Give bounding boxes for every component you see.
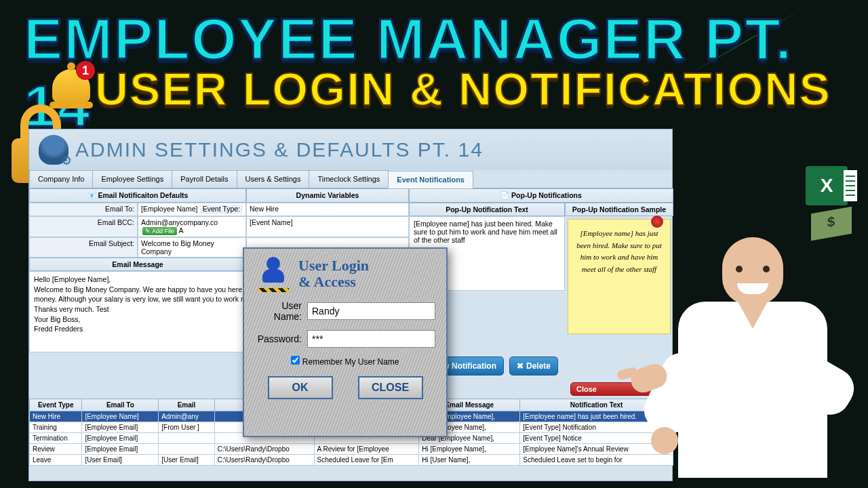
ok-button[interactable]: OK xyxy=(268,376,333,399)
value-dyn1[interactable]: [Event Name] xyxy=(246,216,409,237)
app-header: ADMIN SETTINGS & DEFAULTS PT. 14 xyxy=(29,129,672,170)
login-user-icon xyxy=(255,256,292,292)
value-email-to[interactable]: [Employee Name] xyxy=(141,205,200,214)
table-cell[interactable]: A Review for [Employee xyxy=(314,444,419,455)
section-popup: 📄 Pop-Up Notifications xyxy=(409,188,673,203)
col-header: Email To xyxy=(82,399,159,411)
label-password: Password: xyxy=(255,333,302,344)
table-cell[interactable]: Leave xyxy=(30,455,82,466)
login-title: User Login& Access xyxy=(298,258,369,290)
username-input[interactable] xyxy=(307,302,435,320)
table-cell[interactable]: Scheduled Leave set to begin for xyxy=(520,455,673,466)
table-cell[interactable]: Scheduled Leave for [Em xyxy=(314,455,419,466)
section-email-message: Email Message xyxy=(29,258,246,271)
col-header: Event Type xyxy=(30,399,82,411)
delete-button[interactable]: ✖ Delete xyxy=(509,357,558,375)
tab-users-settings[interactable]: Users & Settings xyxy=(237,170,310,188)
section-popup-sample: Pop-Up Notification Sample xyxy=(565,203,673,216)
table-cell[interactable]: Training xyxy=(30,422,82,433)
table-cell[interactable]: [Employee Email] xyxy=(82,422,159,433)
table-cell[interactable]: C:\Users\Randy\Dropbo xyxy=(214,455,314,466)
excel-icon: X xyxy=(806,166,848,205)
value-email-bcc[interactable]: Admin@anycompany.co✎ Add File A xyxy=(138,216,246,237)
table-row[interactable]: Leave[User Email][User Email]C:\Users\Ra… xyxy=(30,455,673,466)
tab-payroll-details[interactable]: Payroll Details xyxy=(172,170,237,188)
tab-employee-settings[interactable]: Employee Settings xyxy=(92,170,172,188)
table-row[interactable]: Review[Employee Email]C:\Users\Randy\Dro… xyxy=(30,444,673,455)
tab-strip: Company InfoEmployee SettingsPayroll Det… xyxy=(29,170,672,188)
value-email-subject[interactable]: Welcome to Big Money Company xyxy=(138,237,246,258)
remember-checkbox[interactable] xyxy=(291,356,300,365)
thumbnail-title-2: USER LOGIN & NOTIFICATIONS xyxy=(95,62,831,115)
table-cell[interactable]: New Hire xyxy=(30,411,82,422)
table-cell[interactable]: Hi [Employee Name], xyxy=(419,444,520,455)
table-cell[interactable]: Review xyxy=(30,444,82,455)
table-cell[interactable]: [User Email] xyxy=(159,455,214,466)
section-email-defaults: 📧 Email Notificaiton Defaults xyxy=(29,188,246,203)
password-input[interactable] xyxy=(307,330,435,348)
table-cell[interactable] xyxy=(159,433,214,444)
section-popup-text: Pop-Up Notification Text xyxy=(409,203,565,216)
table-cell[interactable]: [Employee Email] xyxy=(82,433,159,444)
label-username: User Name: xyxy=(255,300,302,322)
table-cell[interactable]: Admin@any xyxy=(159,411,214,422)
close-button[interactable]: CLOSE xyxy=(358,376,423,399)
table-cell[interactable]: [User Email] xyxy=(82,455,159,466)
tab-event-notifications[interactable]: Event Notifications xyxy=(388,171,473,188)
remember-label: Remember My User Name xyxy=(302,357,399,367)
admin-user-icon xyxy=(39,135,68,165)
table-cell[interactable]: [Employee Name] xyxy=(82,411,159,422)
label-email-subject: Email Subject: xyxy=(29,237,138,258)
tab-company-info[interactable]: Company Info xyxy=(29,170,93,188)
table-cell[interactable] xyxy=(159,444,214,455)
table-cell[interactable]: C:\Users\Randy\Dropbo xyxy=(214,444,314,455)
section-dynamic-vars: Dynamic Variables xyxy=(246,188,409,203)
table-cell[interactable]: [Employee Email] xyxy=(82,444,159,455)
table-cell[interactable]: [From User ] xyxy=(159,422,214,433)
tab-timeclock-settings[interactable]: Timeclock Settings xyxy=(309,170,389,188)
add-file-button[interactable]: ✎ Add File xyxy=(142,227,177,235)
label-email-bcc: Email BCC: xyxy=(29,216,138,237)
table-cell[interactable]: [Event Type] Notice xyxy=(520,433,673,444)
presenter-figure xyxy=(651,217,854,488)
table-cell[interactable]: Termination xyxy=(30,433,82,444)
bell-icon: 1 xyxy=(47,61,95,115)
value-event-type[interactable]: New Hire xyxy=(246,203,409,216)
label-email-to: Email To: xyxy=(29,203,138,216)
col-header: Email xyxy=(159,399,214,411)
app-title: ADMIN SETTINGS & DEFAULTS PT. 14 xyxy=(75,138,484,161)
login-dialog: User Login& Access User Name: Password: … xyxy=(243,247,448,437)
table-cell[interactable]: [Employee Name]'s Annual Review xyxy=(520,444,673,455)
bell-badge: 1 xyxy=(76,61,95,80)
table-cell[interactable]: Hi [User Name], xyxy=(419,455,520,466)
label-event-type: Event Type: xyxy=(200,205,243,214)
